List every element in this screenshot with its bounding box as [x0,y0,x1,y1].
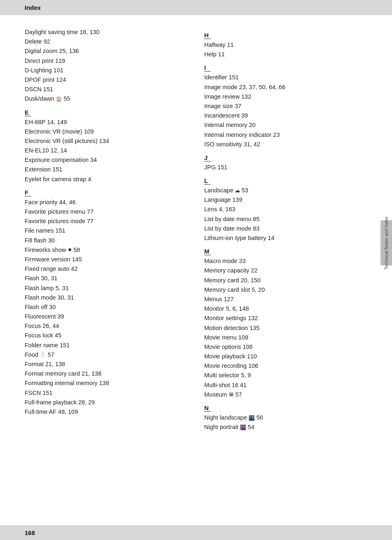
right-column: H Halfway 11 Help 11 I Identifier 151 Im… [204,28,367,433]
section-m: M [204,248,211,255]
entry-internal-indicator: Internal memory indicator 23 [204,130,367,140]
entry-fscn: FSCN 151 [25,388,188,398]
entry-eyelet: Eyelet for camera strap 4 [25,175,188,184]
entries-block-m: M Macro mode 33 Memory capacity 22 Memor… [204,244,367,399]
entry-daylight: Daylight saving time 18, 130 [25,28,188,37]
section-h: H [204,32,211,39]
entry-format-internal: Formatting internal memory 138 [25,378,188,388]
entry-fill-flash: Fill flash 30 [25,236,188,245]
entries-block-j: J JPG 151 [204,150,367,172]
entries-block-f: F Face priority 44, 46 Favorite pictures… [25,185,188,417]
entry-multi-selector: Multi selector 5, 9 [204,371,367,380]
main-content: Daylight saving time 18, 130 Delete 92 D… [0,15,392,449]
entries-block-l: L Landscape ⛰ 53 Language 139 Lens 4, 16… [204,173,367,243]
entry-image-review: Image review 132 [204,92,367,102]
entry-folder-name: Folder name 151 [25,341,188,350]
entry-flash: Flash 30, 31 [25,274,188,283]
index-title: Index [25,4,41,11]
entry-delete: Delete 92 [25,37,188,46]
entry-flash-mode: Flash mode 30, 31 [25,293,188,302]
entry-flash-lamp: Flash lamp 5, 31 [25,284,188,293]
entry-monitor-settings: Monitor settings 132 [204,314,367,323]
entry-fav-pic-menu: Favorite pictures menu 77 [25,207,188,217]
entry-extension: Extension 151 [25,165,188,174]
entry-full-frame: Full-frame playback 28, 29 [25,398,188,407]
entry-dpof: DPOF print 124 [25,75,188,85]
night-portrait-icon: 🌆 [240,424,246,432]
entry-focus: Focus 26, 44 [25,321,188,331]
entry-macro: Macro mode 33 [204,256,367,266]
landscape-icon: ⛰ [235,187,240,195]
side-tab: Technical Notes and Index [380,220,392,265]
entry-image-mode: Image mode 23, 37, 50, 64, 66 [204,83,367,92]
entry-dusk-dawn: Dusk/dawn 🏠 55 [25,94,188,104]
entry-monitor: Monitor 5, 6, 148 [204,304,367,314]
night-landscape-icon: 🌃 [249,414,255,422]
entry-evr-still: Electronic VR (still pictures) 134 [25,136,188,146]
entry-movie-playback: Movie playback 110 [204,352,367,361]
entry-fireworks: Fireworks show ✸ 58 [25,245,188,255]
entry-landscape: Landscape ⛰ 53 [204,186,367,195]
entry-digital-zoom: Digital zoom 25, 136 [25,46,188,56]
entries-block-n: N Night landscape 🌃 56 Night portrait 🌆 … [204,400,367,432]
entry-memory-card: Memory card 20, 150 [204,276,367,285]
entry-iso: ISO sensitivity 31, 42 [204,140,367,149]
page-number: 168 [25,529,35,536]
entries-block-i: I Identifier 151 Image mode 23, 37, 50, … [204,60,367,149]
dusk-icon: 🏠 [56,95,62,103]
entry-halfway: Halfway 11 [204,40,367,50]
entry-fixed-range: Fixed range auto 42 [25,264,188,274]
entry-memory-capacity: Memory capacity 22 [204,266,367,275]
entry-file-names: File names 151 [25,226,188,235]
entry-flash-off: Flash off 30 [25,302,188,312]
food-icon: 🍴 [40,351,46,359]
left-column: Daylight saving time 18, 130 Delete 92 D… [25,28,188,433]
entry-multi-shot: Multi-shot 16 41 [204,381,367,390]
entry-movie-options: Movie options 108 [204,342,367,352]
section-j: J [204,154,211,162]
entry-lithium: Lithium-ion type battery 14 [204,233,367,243]
entry-evr-movie: Electronic VR (movie) 109 [25,127,188,136]
entry-menus: Menus 127 [204,295,367,304]
entry-direct-print: Direct print 119 [25,56,188,66]
entry-night-portrait: Night portrait 🌆 54 [204,422,367,432]
section-n: N [204,404,211,412]
entry-movie-menu: Movie menu 108 [204,333,367,342]
entry-night-landscape: Night landscape 🌃 56 [204,413,367,422]
entry-dscn: DSCN 151 [25,85,188,94]
entry-internal-memory: Internal memory 20 [204,120,367,130]
entry-incandescent: Incandescent 39 [204,111,367,120]
section-i: I [204,64,211,72]
entry-memory-card-slot: Memory card slot 5, 20 [204,285,367,295]
entry-list-date-menu: List by date menu 85 [204,215,367,224]
entry-face-priority: Face priority 44, 46 [25,198,188,207]
entry-exposure: Exposure compensation 34 [25,155,188,165]
entry-identifier: Identifier 151 [204,73,367,82]
museum-icon: 🏛 [229,391,234,399]
section-l: L [204,177,211,185]
entry-format-card: Format memory card 21, 138 [25,369,188,378]
side-tab-label: Technical Notes and Index [384,217,389,270]
entry-full-time-af: Full-time AF 48, 109 [25,407,188,417]
entry-format: Format 21, 138 [25,360,188,369]
header-band: Index [0,0,392,15]
entries-block-d: Daylight saving time 18, 130 Delete 92 D… [25,28,188,104]
entries-block-h: H Halfway 11 Help 11 [204,28,367,59]
entry-firmware: Firmware version 145 [25,255,188,264]
entry-en-el10: EN-EL10 12, 14 [25,146,188,155]
entry-d-lighting: D-Lighting 101 [25,66,188,75]
entry-language: Language 139 [204,195,367,205]
entry-list-date-mode: List by date mode 83 [204,224,367,233]
entry-lens: Lens 4, 163 [204,205,367,214]
bottom-band: 168 [0,525,392,540]
entries-block-e: E EH-68P 14, 149 Electronic VR (movie) 1… [25,105,188,184]
entry-motion-detection: Motion detection 135 [204,323,367,333]
section-f: F [25,189,31,196]
entry-help: Help 11 [204,50,367,59]
entry-museum: Museum 🏛 57 [204,390,367,399]
fireworks-icon: ✸ [68,246,72,254]
entry-image-size: Image size 37 [204,102,367,111]
section-e: E [25,109,31,116]
entry-food: Food 🍴 57 [25,350,188,360]
entry-jpg: JPG 151 [204,163,367,172]
